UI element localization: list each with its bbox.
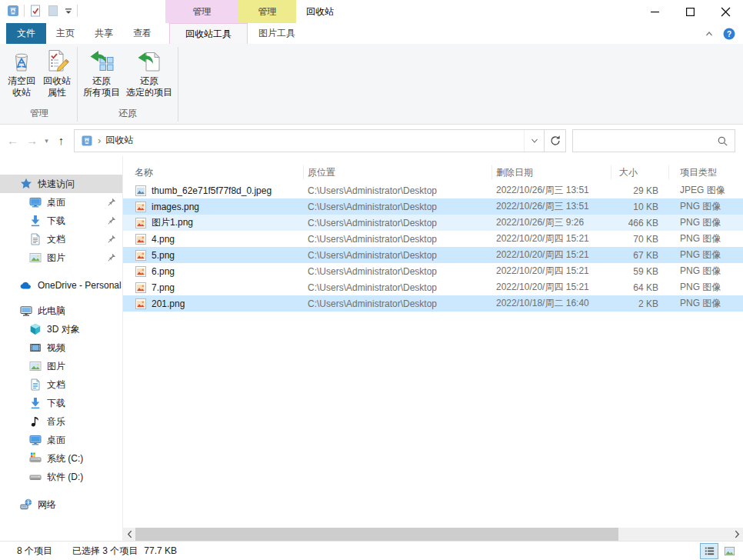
- column-header-item-type[interactable]: 项目类型: [669, 165, 739, 179]
- pin-icon: [107, 253, 116, 262]
- tab-picture-tools[interactable]: 图片工具: [248, 23, 306, 44]
- scrollbar-track[interactable]: [618, 528, 731, 541]
- sidebar-item-music[interactable]: 音乐: [0, 412, 122, 431]
- search-input[interactable]: [572, 129, 735, 152]
- sidebar-item-software-d-drive[interactable]: 软件 (D:): [0, 468, 122, 486]
- restore-selected-items-button[interactable]: 还原 选定的项目: [124, 45, 175, 100]
- sidebar-item-desktop[interactable]: 桌面: [0, 193, 122, 212]
- details-view-icon: [703, 545, 715, 557]
- sidebar-item-label: 桌面: [47, 434, 65, 447]
- column-headers: 名称原位置删除日期大小项目类型: [123, 162, 743, 182]
- column-header-original-location[interactable]: 原位置: [304, 165, 492, 179]
- sidebar-item-documents-2[interactable]: 文档: [0, 375, 122, 394]
- help-icon[interactable]: ?: [723, 28, 735, 40]
- scrollbar-thumb[interactable]: [135, 528, 618, 541]
- selection-size: 77.7 KB: [144, 545, 177, 556]
- sidebar-item-desktop-2[interactable]: 桌面: [0, 431, 122, 449]
- file-date-deleted: 2022/10/26/周三 13:51: [492, 182, 611, 198]
- tab-home[interactable]: 主页: [46, 23, 85, 44]
- close-button[interactable]: [708, 0, 743, 23]
- file-row[interactable]: 5.pngC:\Users\Administrator\Desktop2022/…: [123, 247, 743, 263]
- address-bar: ← → ▾ ↑ › 回收站: [0, 125, 743, 156]
- horizontal-scrollbar[interactable]: [123, 528, 743, 541]
- file-size: 64 KB: [611, 279, 669, 295]
- up-button[interactable]: ↑: [52, 131, 71, 151]
- ribbon: 清空回 收站 回收站 属性 管理 还原 所有项目: [0, 44, 743, 125]
- button-label: 选定的项目: [126, 87, 172, 98]
- back-button[interactable]: ←: [3, 131, 22, 151]
- check-document-icon[interactable]: [28, 4, 42, 18]
- thumbnails-view-button[interactable]: [720, 543, 738, 559]
- refresh-button[interactable]: [545, 129, 566, 152]
- pictures-icon: [29, 360, 42, 372]
- network-icon: [20, 498, 32, 511]
- file-row[interactable]: 201.pngC:\Users\Administrator\Desktop202…: [123, 295, 743, 312]
- restore-all-items-button[interactable]: 还原 所有项目: [81, 45, 122, 100]
- sidebar-item-pictures[interactable]: 图片: [0, 248, 122, 267]
- file-name: 7.png: [152, 282, 175, 293]
- file-name: 4.png: [152, 234, 175, 245]
- collapse-ribbon-icon[interactable]: [705, 29, 714, 38]
- sidebar-item-downloads[interactable]: 下载: [0, 212, 122, 230]
- ribbon-group-label: 管理: [5, 105, 74, 124]
- button-label: 还原: [92, 75, 111, 87]
- minimize-button[interactable]: [637, 0, 672, 23]
- file-row[interactable]: 图片1.pngC:\Users\Administrator\Desktop202…: [123, 215, 743, 231]
- file-original-location: C:\Users\Administrator\Desktop: [304, 198, 492, 215]
- sidebar-item-this-pc[interactable]: 此电脑: [0, 302, 122, 320]
- toolbar-customize-dropdown-icon[interactable]: [64, 6, 73, 15]
- sidebar-item-videos[interactable]: 视频: [0, 338, 122, 357]
- file-row[interactable]: 7.pngC:\Users\Administrator\Desktop2022/…: [123, 279, 743, 295]
- breadcrumb[interactable]: › 回收站: [75, 134, 524, 147]
- sidebar-item-label: 下载: [47, 215, 65, 228]
- sidebar-item-pictures-2[interactable]: 图片: [0, 357, 122, 375]
- file-row[interactable]: images.pngC:\Users\Administrator\Desktop…: [123, 198, 743, 215]
- sidebar-item-network[interactable]: 网络: [0, 495, 122, 514]
- breadcrumb-location[interactable]: 回收站: [105, 134, 133, 147]
- blank-file-icon[interactable]: [46, 4, 60, 18]
- file-type: PNG 图像: [669, 263, 739, 279]
- address-dropdown-icon[interactable]: [524, 130, 544, 152]
- details-view-button[interactable]: [700, 543, 718, 559]
- scroll-right-icon[interactable]: [731, 528, 743, 541]
- navigation-pane: 快速访问桌面下载文档图片OneDrive - Personal此电脑3D 对象视…: [0, 156, 123, 541]
- column-header-name[interactable]: 名称: [123, 165, 304, 179]
- forward-button[interactable]: →: [22, 131, 42, 151]
- sidebar-item-quick-access[interactable]: 快速访问: [0, 175, 122, 193]
- sidebar-item-downloads-2[interactable]: 下载: [0, 394, 122, 412]
- system-drive-icon: [29, 452, 42, 465]
- sidebar-item-label: 此电脑: [38, 305, 65, 318]
- maximize-button[interactable]: [672, 0, 708, 23]
- sidebar-item-documents[interactable]: 文档: [0, 230, 122, 248]
- empty-recycle-bin-button[interactable]: 清空回 收站: [5, 45, 38, 100]
- file-row[interactable]: 4.pngC:\Users\Administrator\Desktop2022/…: [123, 231, 743, 247]
- address-box[interactable]: › 回收站: [74, 129, 545, 152]
- file-type: PNG 图像: [669, 295, 739, 312]
- sidebar-item-system-c-drive[interactable]: 系统 (C:): [0, 449, 122, 468]
- contextual-group-picture-tools[interactable]: 管理: [238, 0, 296, 23]
- column-header-date-deleted[interactable]: 删除日期: [492, 165, 611, 179]
- data-drive-icon: [29, 471, 42, 483]
- file-original-location: C:\Users\Administrator\Desktop: [304, 247, 492, 263]
- file-row[interactable]: 6.pngC:\Users\Administrator\Desktop2022/…: [123, 263, 743, 279]
- sidebar-item-3d-objects[interactable]: 3D 对象: [0, 320, 122, 338]
- scroll-left-icon[interactable]: [123, 528, 135, 541]
- contextual-group-recycle-tools[interactable]: 管理: [165, 0, 238, 23]
- recent-locations-dropdown[interactable]: ▾: [42, 131, 52, 151]
- recycle-bin-mini-icon[interactable]: [6, 4, 20, 18]
- recycle-bin-properties-button[interactable]: 回收站 属性: [40, 45, 74, 100]
- column-header-size[interactable]: 大小: [611, 165, 669, 179]
- search-icon: [717, 135, 728, 147]
- tab-view[interactable]: 查看: [123, 23, 162, 44]
- tab-file[interactable]: 文件: [6, 23, 46, 44]
- 3d-objects-icon: [29, 323, 42, 335]
- file-row[interactable]: thumb_62e71f5f77f8d_0.jpegC:\Users\Admin…: [123, 182, 743, 198]
- item-count: 8 个项目: [17, 545, 52, 558]
- jpeg-file-icon: [135, 185, 147, 197]
- tab-share[interactable]: 共享: [85, 23, 123, 44]
- chevron-down-icon: [530, 136, 539, 145]
- window-title: 回收站: [306, 0, 334, 23]
- tab-recycle-bin-tools[interactable]: 回收站工具: [169, 23, 248, 44]
- file-date-deleted: 2022/10/20/周四 15:21: [492, 263, 611, 279]
- sidebar-item-onedrive[interactable]: OneDrive - Personal: [0, 276, 122, 295]
